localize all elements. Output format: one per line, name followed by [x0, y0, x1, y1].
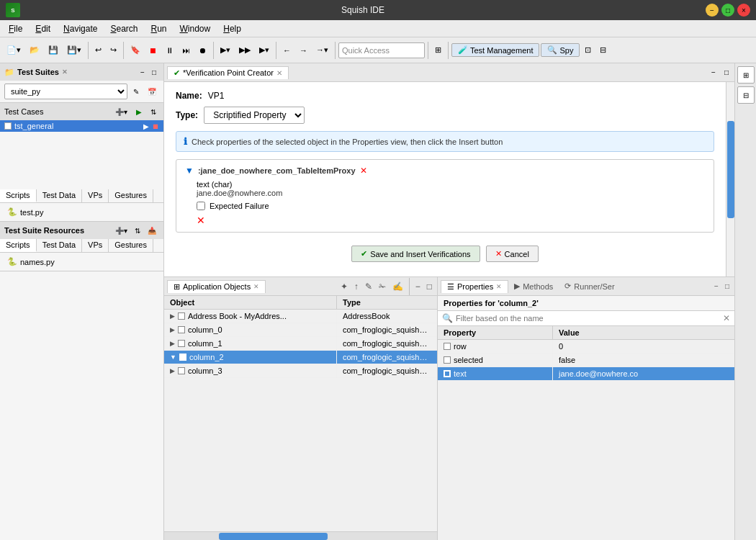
- tab-ts-test-data[interactable]: Test Data: [37, 239, 82, 252]
- menu-navigate[interactable]: Navigate: [58, 22, 103, 35]
- ts-resources-sort-btn[interactable]: ⇅: [132, 225, 143, 236]
- ao-row-2[interactable]: ▶ column_1 com_froglogic_squish_awt_: [164, 337, 437, 351]
- maximize-section-btn[interactable]: □: [149, 67, 159, 78]
- ao-row-0[interactable]: ▶ Address Book - MyAddres... AddressBook: [164, 310, 437, 323]
- menu-file[interactable]: File: [3, 22, 28, 35]
- props-tab-close[interactable]: ✕: [496, 283, 502, 290]
- props-minimize-btn[interactable]: −: [712, 282, 721, 291]
- tab-test-data[interactable]: Test Data: [37, 189, 82, 202]
- test-cases-add-btn[interactable]: ➕▾: [112, 107, 130, 117]
- undo-button[interactable]: ↩: [91, 43, 105, 57]
- test-cases-run-btn[interactable]: ▶: [133, 107, 145, 117]
- spy-button[interactable]: 🔍 Spy: [541, 43, 580, 57]
- ao-tab-close[interactable]: ✕: [253, 283, 259, 290]
- ao-minimize-btn[interactable]: −: [413, 278, 423, 295]
- pause-button[interactable]: ⏸: [162, 44, 177, 57]
- suite-select[interactable]: suite_py: [4, 84, 127, 99]
- test-case-checkbox[interactable]: [4, 122, 12, 130]
- prop-checkbox-2[interactable]: [444, 370, 451, 377]
- run2-button[interactable]: ▶▶: [235, 43, 254, 57]
- obj-checkbox-1[interactable]: [178, 326, 185, 333]
- menu-help[interactable]: Help: [217, 22, 247, 35]
- ao-row-4[interactable]: ▶ column_3 com_froglogic_squish_awt_: [164, 364, 437, 378]
- right-panel-btn-2[interactable]: ⊟: [737, 86, 755, 104]
- expand-arrow-0[interactable]: ▶: [170, 312, 175, 320]
- tab-gestures[interactable]: Gestures: [109, 189, 153, 202]
- ao-up-btn[interactable]: ↑: [352, 278, 361, 295]
- suite-edit-btn[interactable]: ✎: [130, 86, 142, 97]
- vp-maximize-btn[interactable]: □: [721, 67, 732, 78]
- props-row-2[interactable]: text jane.doe@nowhere.co: [438, 367, 734, 381]
- tab-ts-scripts[interactable]: Scripts: [0, 239, 37, 252]
- ao-new-btn[interactable]: ✦: [338, 278, 350, 295]
- test-cases-sort-btn[interactable]: ⇅: [148, 107, 159, 117]
- menu-edit[interactable]: Edit: [30, 22, 56, 35]
- run3-button[interactable]: ▶▾: [256, 43, 273, 57]
- minimize-button[interactable]: −: [706, 4, 719, 17]
- record-button[interactable]: ⏺: [195, 44, 210, 57]
- save-button[interactable]: 💾: [45, 43, 62, 57]
- runner-ser-tab[interactable]: ⟳ Runner/Ser: [559, 280, 620, 292]
- test-case-item[interactable]: tst_general ▶ ⏹: [0, 120, 163, 132]
- obj-checkbox-4[interactable]: [178, 367, 185, 374]
- new-button[interactable]: 📄▾: [3, 43, 24, 57]
- test-management-button[interactable]: 🧪 Test Management: [451, 43, 539, 57]
- tab-ts-vps[interactable]: VPs: [82, 239, 109, 252]
- vp-scrollbar[interactable]: [726, 82, 734, 276]
- tab-scripts[interactable]: Scripts: [0, 189, 37, 202]
- stop-button[interactable]: ⏹: [145, 44, 161, 57]
- open-button[interactable]: 📂: [26, 43, 43, 57]
- tab-ts-gestures[interactable]: Gestures: [109, 239, 153, 252]
- ao-row-1[interactable]: ▶ column_0 com_froglogic_squish_awt_: [164, 323, 437, 337]
- menu-window[interactable]: Window: [174, 22, 217, 35]
- vp-minimize-btn[interactable]: −: [708, 67, 719, 78]
- cancel-button[interactable]: ✕ Cancel: [486, 246, 539, 262]
- expected-failure-checkbox[interactable]: [197, 202, 205, 210]
- vp-tab-close[interactable]: ✕: [276, 69, 282, 77]
- quick-access-input[interactable]: Quick Access: [338, 42, 425, 58]
- props-search-input[interactable]: [456, 314, 723, 323]
- props-row-1[interactable]: selected false: [438, 354, 734, 367]
- ao-cut-btn[interactable]: ✁: [377, 278, 388, 295]
- tab-vps[interactable]: VPs: [82, 189, 109, 202]
- minimize-section-btn[interactable]: −: [138, 67, 148, 78]
- nav-last[interactable]: →▾: [312, 43, 332, 57]
- save-verifications-button[interactable]: ✔ Save and Insert Verifications: [351, 246, 480, 262]
- expand-arrow-3[interactable]: ▼: [170, 354, 176, 361]
- methods-tab[interactable]: ▶ Methods: [508, 280, 559, 292]
- props-search-clear[interactable]: ✕: [723, 313, 730, 323]
- expand-arrow-4[interactable]: ▶: [170, 367, 175, 374]
- ao-scrollbar[interactable]: [164, 531, 437, 540]
- ao-pen-btn[interactable]: ✍: [390, 278, 405, 295]
- nav-fwd[interactable]: →: [296, 44, 311, 57]
- ao-edit-btn[interactable]: ✎: [363, 278, 374, 295]
- vp-type-select[interactable]: Scriptified Property: [204, 107, 305, 124]
- nav-back[interactable]: ←: [279, 44, 294, 57]
- redo-button[interactable]: ↪: [107, 43, 120, 57]
- bookmark-button[interactable]: 🔖: [127, 43, 144, 57]
- prop-checkbox-1[interactable]: [444, 356, 451, 364]
- prop-checkbox-0[interactable]: [444, 343, 451, 350]
- ao-row-3[interactable]: ▼ column_2 com_froglogic_squish_awt_: [164, 351, 437, 364]
- run-icon[interactable]: ▶: [143, 122, 149, 130]
- close-button[interactable]: ×: [737, 4, 750, 17]
- menu-search[interactable]: Search: [104, 22, 143, 35]
- obj-checkbox-2[interactable]: [178, 340, 185, 347]
- menu-run[interactable]: Run: [145, 22, 172, 35]
- ts-resources-add-btn[interactable]: ➕▾: [112, 225, 130, 236]
- view-button[interactable]: ⊞: [431, 43, 445, 57]
- step-button[interactable]: ⏭: [179, 44, 194, 57]
- suite-calendar-btn[interactable]: 📅: [145, 86, 159, 97]
- obj-checkbox-3[interactable]: [179, 354, 186, 361]
- icons-btn-2[interactable]: ⊟: [596, 43, 610, 57]
- expand-arrow-1[interactable]: ▶: [170, 326, 175, 333]
- run-button[interactable]: ▶▾: [217, 43, 234, 57]
- ao-maximize-btn[interactable]: □: [425, 278, 434, 295]
- proxy-close-btn[interactable]: ✕: [360, 166, 367, 176]
- obj-checkbox-0[interactable]: [178, 312, 185, 320]
- maximize-button[interactable]: □: [721, 4, 734, 17]
- proxy-collapse-arrow[interactable]: ▼: [185, 166, 194, 176]
- red-x-button[interactable]: ✕: [197, 215, 705, 226]
- props-row-0[interactable]: row 0: [438, 340, 734, 354]
- props-maximize-btn[interactable]: □: [723, 282, 732, 291]
